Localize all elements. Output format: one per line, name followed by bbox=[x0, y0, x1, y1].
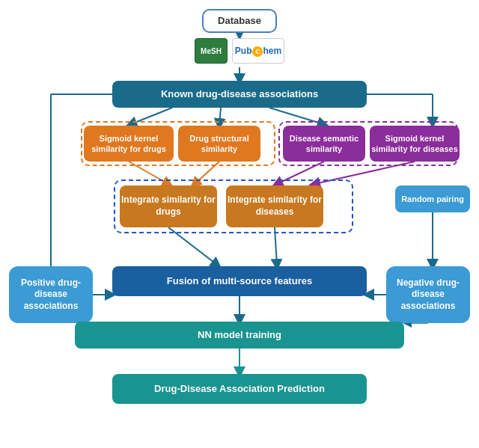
random-pairing-label: Random pairing bbox=[401, 194, 464, 204]
sigmoid-drug-box: Sigmoid kernel similarity for drugs bbox=[84, 126, 174, 162]
disease-semantic-label: Disease semantic similarity bbox=[283, 133, 365, 155]
diagram-container: Database MeSH PubChem Known drug-disease… bbox=[0, 0, 479, 448]
integrate-drugs-box: Integrate similarity for drugs bbox=[120, 185, 217, 227]
prediction-label: Drug-Disease Association Prediction bbox=[154, 383, 325, 396]
database-box: Database bbox=[202, 9, 277, 33]
disease-semantic-box: Disease semantic similarity bbox=[283, 126, 365, 162]
known-associations-box: Known drug-disease associations bbox=[112, 81, 367, 108]
integrate-diseases-box: Integrate similarity for diseases bbox=[226, 185, 323, 227]
drug-structural-box: Drug structural similarity bbox=[178, 126, 260, 162]
positive-assoc-box: Positive drug-disease associations bbox=[9, 266, 93, 323]
fusion-box: Fusion of multi-source features bbox=[112, 266, 367, 296]
logos-area: MeSH PubChem bbox=[187, 36, 292, 66]
pubchem-logo: PubChem bbox=[232, 38, 284, 64]
sigmoid-disease-label: Sigmoid kernel similarity for diseases bbox=[370, 133, 460, 155]
integrate-drugs-label: Integrate similarity for drugs bbox=[120, 194, 217, 218]
integrate-diseases-label: Integrate similarity for diseases bbox=[226, 194, 323, 218]
pubchem-label: PubChem bbox=[235, 46, 281, 57]
sigmoid-drug-label: Sigmoid kernel similarity for drugs bbox=[84, 133, 174, 155]
mesh-label: MeSH bbox=[201, 47, 222, 55]
positive-assoc-label: Positive drug-disease associations bbox=[9, 277, 93, 313]
random-pairing-box: Random pairing bbox=[395, 185, 470, 212]
database-label: Database bbox=[218, 15, 261, 28]
nn-model-label: NN model training bbox=[198, 329, 281, 342]
nn-model-box: NN model training bbox=[75, 322, 404, 349]
sigmoid-disease-box: Sigmoid kernel similarity for diseases bbox=[370, 126, 460, 162]
fusion-label: Fusion of multi-source features bbox=[167, 275, 312, 288]
negative-assoc-label: Negative drug-disease associations bbox=[386, 277, 470, 313]
negative-assoc-box: Negative drug-disease associations bbox=[386, 266, 470, 323]
known-assoc-label: Known drug-disease associations bbox=[161, 88, 318, 101]
drug-structural-label: Drug structural similarity bbox=[178, 133, 260, 155]
prediction-box: Drug-Disease Association Prediction bbox=[112, 374, 367, 404]
mesh-logo: MeSH bbox=[195, 38, 228, 64]
